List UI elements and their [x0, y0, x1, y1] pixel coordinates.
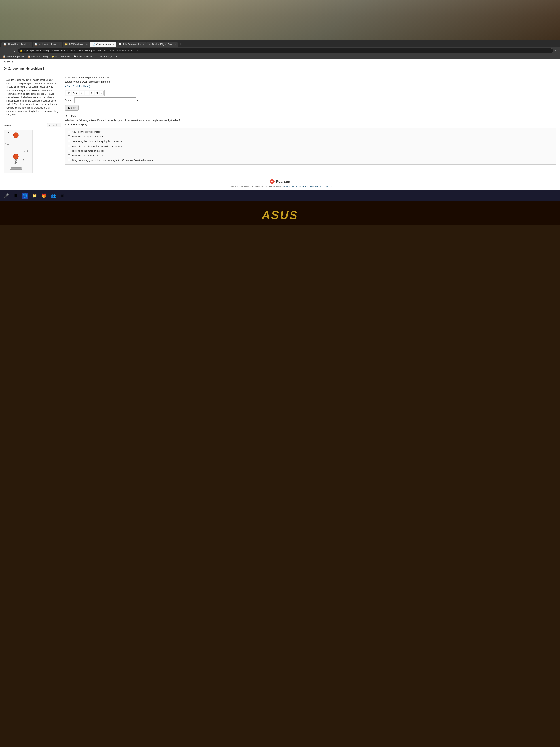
asus-logo: ASUS	[0, 208, 560, 222]
bookmark-whitworth[interactable]: 📋 Whitworth Library	[26, 55, 50, 58]
svg-text:max: max	[6, 144, 9, 145]
terms-of-use-link[interactable]: Terms of Use	[283, 185, 294, 187]
list-item[interactable]: decreasing the mass of the ball	[68, 149, 554, 153]
checkbox-list: reducing the spring constant k increasin…	[65, 128, 556, 165]
asus-branding: ASUS	[0, 201, 560, 226]
tab-pirate-port[interactable]: 📋 Pirate Port | Public ×	[1, 42, 32, 47]
tab-close-icon[interactable]: ×	[86, 43, 87, 45]
hw-heading: CHW 19	[4, 61, 13, 64]
figure-label: Figure	[4, 124, 11, 127]
bookmarks-bar: 📋 Pirate Port | Public 📋 Whitworth Libra…	[0, 54, 560, 59]
math-minus-button[interactable]: ⊟	[95, 91, 99, 95]
checkbox-5[interactable]	[68, 150, 70, 152]
hint-toggle[interactable]: View Available Hint(s)	[65, 85, 556, 87]
checkbox-4[interactable]	[68, 145, 70, 147]
pearson-logo-p: P	[270, 179, 274, 184]
content-area: CHW 19 Dr. Z. recommends problem 1 A spr…	[0, 59, 560, 190]
taskbar-browser-icon[interactable]: 🌐	[22, 192, 28, 199]
tab-close-icon[interactable]: ×	[113, 43, 114, 45]
input-label: hmax =	[65, 99, 73, 101]
bookmark-icon: 📋	[3, 55, 6, 58]
lock-icon: 🔒	[20, 49, 23, 52]
collapse-icon: ▼	[65, 114, 68, 117]
checkbox-6[interactable]	[68, 154, 70, 157]
list-item[interactable]: increasing the spring constant k	[68, 135, 554, 138]
pearson-footer: P Pearson Copyright © 2019 Pearson Educa…	[0, 176, 560, 190]
list-item[interactable]: increasing the mass of the ball	[68, 154, 554, 157]
math-help-button[interactable]: ?	[100, 91, 104, 95]
svg-text:x: x	[23, 159, 24, 161]
privacy-policy-link[interactable]: Privacy Policy	[296, 185, 309, 187]
checkbox-1[interactable]	[68, 131, 70, 133]
list-item[interactable]: decreasing the distance the spring is co…	[68, 140, 554, 143]
forward-button[interactable]: →	[7, 49, 11, 53]
main-content: A spring-loaded toy gun is used to shoot…	[0, 73, 560, 176]
figure-section: Figure ‹ 1 of 1 ›	[4, 123, 61, 173]
tab-bar: 📋 Pirate Port | Public × 📋 Whitworth Lib…	[0, 40, 560, 47]
bookmark-join-conversation[interactable]: 💬 Join Conversation	[72, 55, 96, 58]
list-item[interactable]: reducing the spring constant k	[68, 130, 554, 133]
figure-nav-text: 1 of 1	[52, 124, 57, 127]
tab-az-databases[interactable]: 📁 A-Z Databases ×	[63, 42, 90, 47]
browser-chrome: 📋 Pirate Port | Public × 📋 Whitworth Lib…	[0, 40, 560, 59]
tab-icon: 💬	[119, 43, 122, 46]
answer-input[interactable]	[74, 97, 136, 103]
math-sigma-button[interactable]: ΑΣΦ	[72, 91, 79, 95]
svg-point-1	[14, 133, 19, 138]
tab-close-icon[interactable]: ×	[29, 43, 30, 45]
submit-button[interactable]: Submit	[65, 105, 79, 110]
svg-point-8	[14, 154, 19, 159]
figure-next-button[interactable]: ›	[58, 124, 60, 127]
taskbar-teams-icon[interactable]: 👥	[50, 192, 56, 199]
address-bar-row: ← → ↻ 🔒 https://openvellum.ecollege.com/…	[0, 47, 560, 54]
figure-prev-button[interactable]: ‹	[49, 124, 51, 127]
part-d-header[interactable]: ▼ Part D	[65, 114, 556, 117]
tab-join-conversation[interactable]: 💬 Join Conversation ×	[116, 42, 147, 47]
check-all-label: Check all that apply.	[65, 123, 556, 126]
checkbox-3[interactable]	[68, 140, 70, 143]
list-item[interactable]: increasing the distance the spring is co…	[68, 145, 554, 148]
taskbar-windows-icon[interactable]: ⊞	[59, 192, 66, 199]
star-button[interactable]: ☆	[554, 49, 559, 53]
math-toolbar: √□ ΑΣΦ ↩ ↪ ↺ ⊟ ?	[65, 90, 105, 96]
tab-close-icon[interactable]: ×	[59, 43, 60, 45]
tab-icon: 📋	[4, 43, 6, 46]
refresh-button[interactable]: ↻	[12, 49, 17, 53]
checkbox-7[interactable]	[68, 159, 70, 161]
math-undo-button[interactable]: ↩	[80, 91, 84, 95]
back-button[interactable]: ←	[1, 49, 6, 53]
math-reset-button[interactable]: ↺	[90, 91, 94, 95]
bookmark-book-flight[interactable]: ✈ Book a Flight : Best	[97, 55, 121, 58]
taskbar-mic-icon[interactable]: 🎤	[3, 192, 9, 199]
background-photo	[0, 0, 560, 40]
find-height-label: Find the maximum height hmax of the ball…	[65, 76, 556, 79]
tab-whitworth[interactable]: 📋 Whitworth Library ×	[32, 42, 62, 47]
taskbar-gift-icon[interactable]: 🎁	[41, 192, 47, 199]
list-item[interactable]: tilting the spring gun so that it is at …	[68, 159, 554, 162]
permissions-link[interactable]: Permissions	[310, 185, 321, 187]
bookmark-icon: 📋	[28, 55, 31, 58]
address-bar[interactable]: 🔒 https://openvellum.ecollege.com/course…	[18, 48, 553, 53]
taskbar-folder-icon[interactable]: 📁	[31, 192, 37, 199]
tab-close-icon[interactable]: ×	[175, 43, 176, 45]
answer-area: Find the maximum height hmax of the ball…	[65, 76, 556, 173]
part-d-question: Which of the following actions, if done …	[65, 119, 556, 122]
tab-close-icon[interactable]: ×	[143, 43, 144, 45]
tab-book-flight[interactable]: ✈ Book a Flight : Best ×	[147, 42, 178, 47]
bookmark-az-databases[interactable]: 📁 A-Z Databases	[51, 55, 71, 58]
book-flight-icon: ✈	[98, 55, 100, 58]
checkbox-2[interactable]	[68, 135, 70, 138]
math-redo-button[interactable]: ↪	[85, 91, 89, 95]
contact-us-link[interactable]: Contact Us	[322, 185, 332, 187]
math-sqrt-button[interactable]: √□	[66, 91, 71, 95]
tab-course-home[interactable]: 📄 Course Home ×	[90, 42, 116, 47]
new-tab-button[interactable]: +	[178, 42, 183, 47]
figure-nav: ‹ 1 of 1 ›	[47, 123, 61, 127]
tab-icon: 📄	[92, 43, 95, 46]
copyright-text: Copyright © 2019 Pearson Education Inc. …	[3, 185, 557, 187]
bookmark-icon: 📁	[52, 55, 55, 58]
join-conversation-icon: 💬	[74, 55, 76, 58]
taskbar-desktop-icon[interactable]: 🖥	[12, 192, 19, 199]
bookmark-pirate-port[interactable]: 📋 Pirate Port | Public	[1, 55, 26, 58]
tab-icon: ✈	[149, 43, 151, 46]
